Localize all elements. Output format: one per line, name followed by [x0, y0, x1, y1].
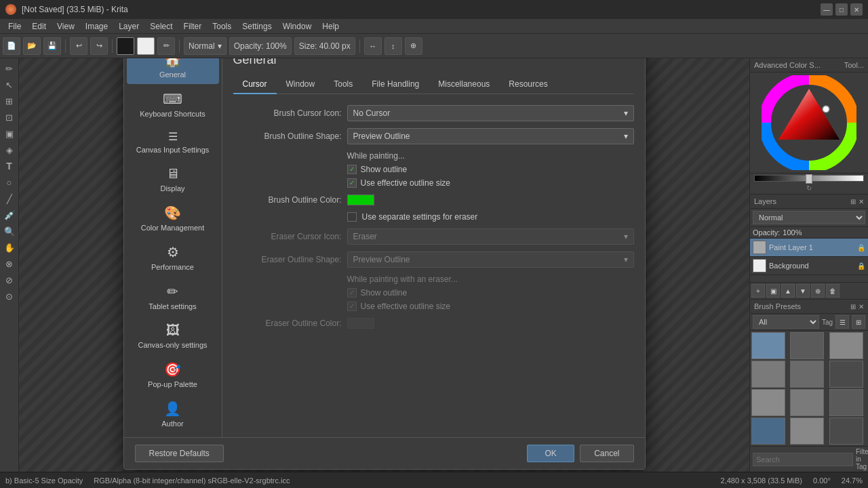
- color-wheel-wrapper[interactable]: [762, 75, 856, 170]
- use-effective-checkbox[interactable]: ✓: [347, 178, 357, 188]
- color-wheel-container[interactable]: [750, 73, 868, 173]
- brush-list-view-button[interactable]: ☰: [835, 315, 849, 329]
- tab-miscellaneous[interactable]: Miscellaneous: [429, 75, 499, 94]
- menu-help[interactable]: Help: [317, 20, 344, 33]
- close-window-button[interactable]: ✕: [850, 3, 863, 16]
- brush-expand-icon[interactable]: ⊞: [850, 303, 856, 310]
- opacity-control[interactable]: Opacity: 100%: [229, 37, 292, 55]
- layer-up-button[interactable]: ▲: [781, 284, 795, 298]
- layer-item-paint1[interactable]: Paint Layer 1 🔒: [750, 239, 868, 257]
- mirror-v-button[interactable]: ↕: [384, 37, 402, 55]
- sidebar-item-popup[interactable]: 🎯 Pop-up Palette: [127, 356, 219, 394]
- undo-button[interactable]: ↩: [70, 37, 87, 55]
- sidebar-item-general[interactable]: 🏠 General: [127, 58, 219, 84]
- maximize-button[interactable]: □: [835, 3, 848, 16]
- brush-search-input[interactable]: [753, 453, 853, 466]
- show-outline-checkbox[interactable]: ✓: [347, 165, 357, 174]
- eraser-use-effective-checkbox[interactable]: ✓: [347, 302, 357, 311]
- ok-button[interactable]: OK: [527, 445, 574, 462]
- brush-thumb-11[interactable]: [790, 418, 824, 445]
- tool-select[interactable]: ↖: [2, 77, 17, 92]
- rotation-lock-button[interactable]: ⊕: [405, 37, 422, 55]
- brush-thumb-5[interactable]: [790, 361, 824, 388]
- brush-thumb-12[interactable]: [829, 418, 863, 445]
- menu-settings[interactable]: Settings: [237, 20, 277, 33]
- blend-mode-dropdown[interactable]: Normal ▾: [184, 37, 226, 55]
- minimize-button[interactable]: —: [821, 3, 833, 16]
- layers-expand-icon[interactable]: ⊞: [850, 198, 856, 205]
- menu-tools[interactable]: Tools: [207, 20, 237, 33]
- cancel-button[interactable]: Cancel: [580, 445, 633, 462]
- layer-down-button[interactable]: ▼: [796, 284, 810, 298]
- brush-outline-shape-dropdown[interactable]: Preview Outline ▾: [347, 128, 634, 144]
- menu-view[interactable]: View: [52, 20, 80, 33]
- tool-transform[interactable]: ⊞: [2, 94, 17, 108]
- brush-outline-color-swatch[interactable]: [347, 195, 374, 205]
- tab-cursor[interactable]: Cursor: [233, 75, 277, 94]
- layer-merge-button[interactable]: ⊕: [811, 284, 825, 298]
- brush-thumb-4[interactable]: [751, 361, 785, 388]
- sidebar-item-tablet[interactable]: ✏ Tablet settings: [127, 278, 219, 316]
- eraser-outline-shape-dropdown[interactable]: Preview Outline ▾: [347, 251, 634, 268]
- menu-window[interactable]: Window: [277, 20, 317, 33]
- tool-measure[interactable]: ⊘: [2, 272, 17, 287]
- layer-blend-select[interactable]: Normal: [753, 211, 865, 224]
- layer-item-bg[interactable]: Background 🔒: [750, 257, 868, 275]
- brush-thumb-1[interactable]: [751, 332, 785, 359]
- brush-thumb-9[interactable]: [829, 389, 863, 416]
- brush-tool-btn[interactable]: ✏: [157, 37, 175, 55]
- brush-thumb-6[interactable]: [829, 361, 863, 388]
- size-control[interactable]: Size: 40.00 px: [294, 37, 355, 55]
- tab-window[interactable]: Window: [277, 75, 325, 94]
- tab-resources[interactable]: Resources: [499, 75, 557, 94]
- color-wheel-svg[interactable]: [762, 75, 856, 170]
- sidebar-item-keyboard[interactable]: ⌨ Keyboard Shortcuts: [127, 85, 219, 123]
- save-button[interactable]: 💾: [43, 37, 61, 55]
- brush-thumb-7[interactable]: [751, 389, 785, 416]
- add-layer-button[interactable]: +: [751, 284, 765, 298]
- brush-filter-select[interactable]: All: [753, 315, 819, 329]
- brush-thumb-10[interactable]: [751, 418, 785, 445]
- lightness-slider[interactable]: [754, 175, 864, 182]
- sidebar-item-performance[interactable]: ⚙ Performance: [127, 239, 219, 277]
- brush-cursor-icon-dropdown[interactable]: No Cursor ▾: [347, 105, 634, 121]
- tool-pan[interactable]: ✋: [2, 240, 17, 255]
- sidebar-item-author[interactable]: 👤 Author: [127, 395, 219, 433]
- restore-defaults-button[interactable]: Restore Defaults: [135, 445, 224, 462]
- menu-layer[interactable]: Layer: [113, 20, 144, 33]
- layer-delete-button[interactable]: 🗑: [826, 284, 840, 298]
- menu-image[interactable]: Image: [80, 20, 113, 33]
- menu-edit[interactable]: Edit: [26, 20, 52, 33]
- tool-smart-patch[interactable]: ⊙: [2, 289, 17, 304]
- tool-crop[interactable]: ⊡: [2, 110, 17, 125]
- mirror-h-button[interactable]: ↔: [364, 37, 382, 55]
- use-separate-checkbox[interactable]: [347, 212, 357, 222]
- new-button[interactable]: 📄: [3, 37, 20, 55]
- tool-text[interactable]: T: [2, 159, 17, 174]
- brush-thumb-2[interactable]: [790, 332, 824, 359]
- brush-thumb-8[interactable]: [790, 389, 824, 416]
- menu-filter[interactable]: Filter: [178, 20, 208, 33]
- tool-freehand[interactable]: ✏: [2, 61, 17, 76]
- tool-assistant[interactable]: ⊗: [2, 256, 17, 271]
- open-button[interactable]: 📂: [23, 37, 41, 55]
- brush-thumb-3[interactable]: [829, 332, 863, 359]
- brush-grid-view-button[interactable]: ⊞: [852, 315, 865, 329]
- layers-close-icon[interactable]: ✕: [859, 198, 864, 205]
- tool-eyedropper[interactable]: 💉: [2, 207, 17, 222]
- eraser-cursor-icon-dropdown[interactable]: Eraser ▾: [347, 228, 634, 245]
- tab-file-handling[interactable]: File Handling: [362, 75, 429, 94]
- fg-color-btn[interactable]: [117, 37, 134, 55]
- sidebar-item-canvas-input[interactable]: ☰ Canvas Input Settings: [127, 125, 219, 159]
- menu-file[interactable]: File: [3, 20, 26, 33]
- sidebar-item-color[interactable]: 🎨 Color Management: [127, 199, 219, 237]
- tool-gradient[interactable]: ◈: [2, 142, 17, 157]
- layer-type-button[interactable]: ▣: [766, 284, 780, 298]
- sidebar-item-canvas-only[interactable]: 🖼 Canvas-only settings: [127, 317, 219, 354]
- tab-tools[interactable]: Tools: [324, 75, 362, 94]
- redo-button[interactable]: ↪: [90, 37, 108, 55]
- eraser-show-outline-checkbox[interactable]: ✓: [347, 288, 357, 298]
- sidebar-item-display[interactable]: 🖥 Display: [127, 161, 219, 198]
- brush-close-icon[interactable]: ✕: [859, 303, 864, 310]
- tool-shapes[interactable]: ○: [2, 175, 17, 190]
